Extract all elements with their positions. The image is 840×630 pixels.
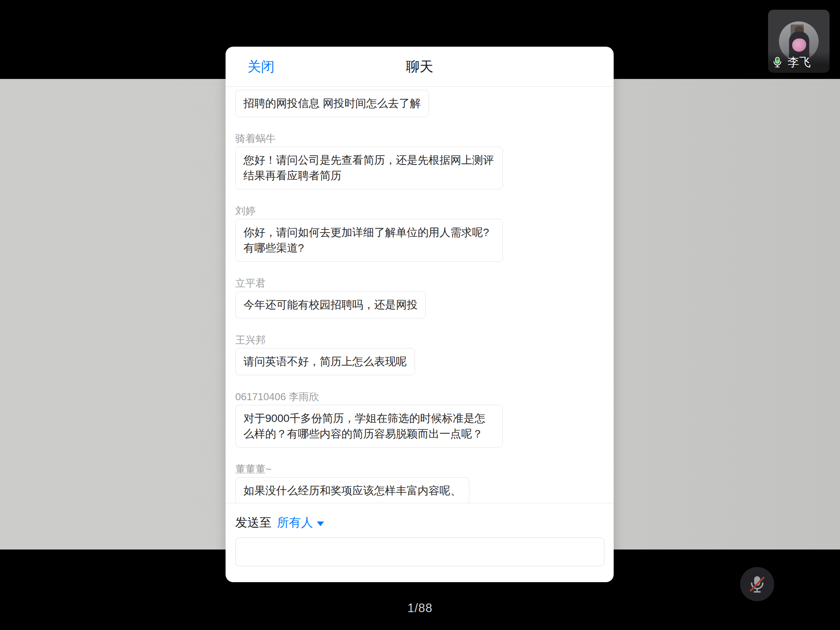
chat-title: 聊天 <box>226 47 614 86</box>
page-indicator: 1/88 <box>0 601 840 615</box>
chat-header: 关闭 聊天 <box>226 47 614 87</box>
chat-message: 刘婷 你好，请问如何去更加详细了解单位的用人需求呢?有哪些渠道? <box>235 204 604 262</box>
chat-message-list[interactable]: 招聘的网投信息 网投时间怎么去了解 骑着蜗牛 您好！请问公司是先查看简历，还是先… <box>226 87 614 503</box>
send-to-selector[interactable]: 所有人 <box>277 514 324 531</box>
close-button[interactable]: 关闭 <box>247 47 275 86</box>
mute-button[interactable] <box>740 567 774 601</box>
sender-name: 刘婷 <box>235 204 604 217</box>
chat-panel: 关闭 聊天 招聘的网投信息 网投时间怎么去了解 骑着蜗牛 您好！请问公司是先查看… <box>226 47 614 582</box>
chat-input[interactable] <box>235 537 604 566</box>
chat-message: 招聘的网投信息 网投时间怎么去了解 <box>235 90 604 117</box>
sender-name: 王兴邦 <box>235 333 604 346</box>
send-to-label: 发送至 <box>235 514 271 531</box>
chat-footer: 发送至 所有人 <box>226 503 614 582</box>
message-bubble: 您好！请问公司是先查看简历，还是先根据网上测评结果再看应聘者简历 <box>235 147 503 189</box>
mic-muted-icon <box>747 574 767 594</box>
send-to-row: 发送至 所有人 <box>235 515 604 530</box>
send-to-value: 所有人 <box>277 514 313 531</box>
chat-message: 骑着蜗牛 您好！请问公司是先查看简历，还是先根据网上测评结果再看应聘者简历 <box>235 132 604 189</box>
caret-down-icon <box>317 522 324 526</box>
message-bubble: 你好，请问如何去更加详细了解单位的用人需求呢?有哪些渠道? <box>235 219 503 262</box>
mic-active-icon <box>771 56 784 68</box>
chat-message: 立平君 今年还可能有校园招聘吗，还是网投 <box>235 276 604 318</box>
chat-message: 王兴邦 请问英语不好，简历上怎么表现呢 <box>235 333 604 375</box>
participant-name-bar: 李飞 <box>768 52 830 73</box>
message-bubble: 如果没什么经历和奖项应该怎样丰富内容呢、 <box>235 477 469 503</box>
participant-video-tile[interactable]: 李飞 <box>768 10 830 73</box>
chat-message: 061710406 李雨欣 对于9000千多份简历，学姐在筛选的时候标准是怎么样… <box>235 390 604 448</box>
message-bubble: 今年还可能有校园招聘吗，还是网投 <box>235 291 426 318</box>
message-bubble: 请问英语不好，简历上怎么表现呢 <box>235 348 415 375</box>
sender-name: 骑着蜗牛 <box>235 132 604 145</box>
sender-name: 立平君 <box>235 276 604 290</box>
sender-name: 董董董~ <box>235 462 604 476</box>
message-bubble: 对于9000千多份简历，学姐在筛选的时候标准是怎么样的？有哪些内容的简历容易脱颖… <box>235 405 503 448</box>
message-bubble: 招聘的网投信息 网投时间怎么去了解 <box>235 90 429 117</box>
sender-name: 061710406 李雨欣 <box>235 390 604 403</box>
chat-message: 董董董~ 如果没什么经历和奖项应该怎样丰富内容呢、 <box>235 462 604 503</box>
participant-name: 李飞 <box>788 54 811 70</box>
